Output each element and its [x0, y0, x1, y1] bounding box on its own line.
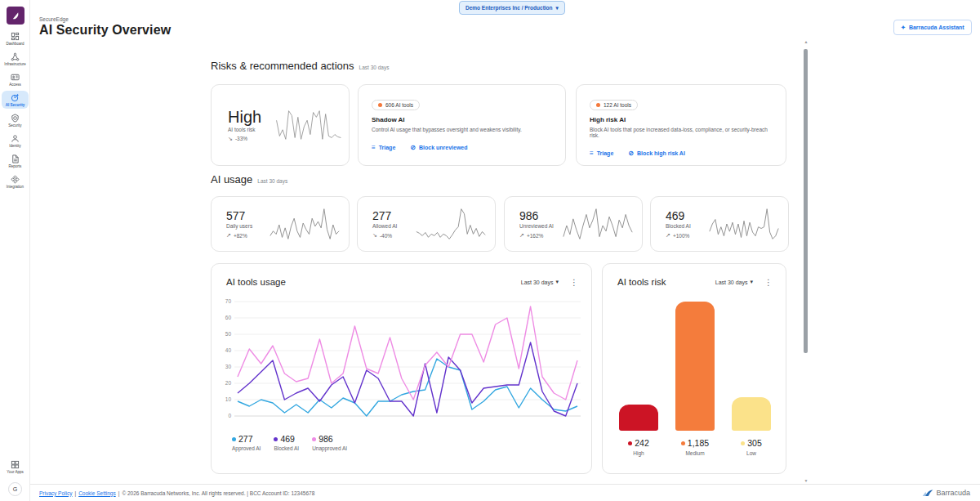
- bar-low: [732, 397, 771, 431]
- stat-label: Unreviewed AI: [519, 223, 562, 229]
- ai-tools-count-badge: 122 AI tools: [590, 100, 638, 110]
- chart-title: AI tools usage: [226, 277, 286, 287]
- risk-delta: -33%: [235, 136, 247, 141]
- risk-level-value: High: [228, 109, 275, 125]
- copyright-text: © 2026 Barracuda Networks, Inc. All righ…: [122, 490, 314, 496]
- line-chart-legend: 277 Approved AI 469 Blocked AI 986 Unapp…: [232, 434, 347, 451]
- stat-delta: +162%: [527, 233, 543, 239]
- svg-text:60: 60: [225, 315, 232, 320]
- sidebar-nav: Dashboard Infrastructure Access AI Secur…: [2, 29, 29, 193]
- integration-icon: [11, 175, 20, 184]
- list-icon: ≡: [590, 150, 594, 157]
- ai-tools-usage-chart-card: AI tools usage Last 30 days▾ ⋮ 010203040…: [211, 263, 592, 474]
- svg-text:20: 20: [225, 380, 232, 386]
- sidebar-item-label: Dashboard: [6, 42, 24, 46]
- page-title: AI Security Overview: [39, 23, 171, 38]
- legend-dot-icon: [312, 437, 316, 441]
- sidebar-item-label: Security: [8, 123, 21, 127]
- footer: Privacy Policy | Cookie Settings | © 202…: [30, 484, 980, 501]
- sidebar-item-label: Infrastructure: [4, 62, 26, 66]
- block-unreviewed-button[interactable]: ⊘ Block unreviewed: [410, 144, 467, 151]
- stat-label: Allowed AI: [372, 223, 415, 229]
- chevron-down-icon: ▾: [750, 279, 753, 285]
- sidebar-item-reports[interactable]: Reports: [2, 152, 29, 170]
- risk-sparkline: [275, 104, 342, 146]
- sidebar-item-label: Identity: [9, 144, 21, 148]
- sidebar-item-label: Integration: [7, 185, 24, 189]
- sidebar-item-dashboard[interactable]: Dashboard: [2, 29, 29, 47]
- sidebar-item-integration[interactable]: Integration: [2, 172, 29, 190]
- triage-button[interactable]: ≡ Triage: [590, 150, 613, 157]
- ai-tools-count-badge: 606 AI tools: [372, 100, 420, 110]
- more-options-icon[interactable]: ⋮: [764, 278, 773, 287]
- barracuda-logo[interactable]: [7, 7, 24, 25]
- stat-card-unreviewed-ai: 986 Unreviewed AI ↗+162%: [504, 196, 643, 252]
- sidebar-item-label: Your Apps: [7, 470, 23, 474]
- period-selector[interactable]: Last 30 days▾: [715, 279, 753, 285]
- legend-dot-icon: [741, 441, 745, 445]
- more-options-icon[interactable]: ⋮: [570, 278, 578, 287]
- dashboard-icon: [11, 32, 20, 41]
- barracuda-assistant-button[interactable]: ✦ Barracuda Assistant: [893, 20, 972, 35]
- scrollbar-thumb[interactable]: [804, 49, 808, 353]
- ai-tools-risk-card: High AI tools risk ↘ -33%: [211, 84, 350, 166]
- sparkle-icon: ✦: [901, 25, 906, 31]
- period-selector[interactable]: Last 30 days▾: [521, 279, 559, 285]
- legend-item-unapproved: 986 Unapproved AI: [312, 434, 347, 451]
- svg-text:50: 50: [225, 331, 232, 337]
- card-description: Control AI usage that bypasses oversight…: [372, 127, 552, 132]
- stat-delta: -40%: [380, 233, 392, 239]
- risks-period-label: Last 30 days: [359, 65, 390, 70]
- legend-dot-icon: [274, 437, 278, 441]
- high-risk-ai-card: 122 AI tools High risk AI Block AI tools…: [576, 84, 786, 166]
- bar-high: [619, 405, 658, 431]
- svg-text:0: 0: [228, 413, 231, 418]
- privacy-policy-link[interactable]: Privacy Policy: [39, 490, 72, 496]
- risk-meta: High AI tools risk ↘ -33%: [228, 109, 275, 142]
- user-avatar[interactable]: G: [8, 482, 22, 496]
- reports-icon: [11, 154, 20, 163]
- barracuda-mark-icon: [11, 11, 21, 21]
- scroll-up-icon[interactable]: ▲: [802, 39, 810, 44]
- sidebar: Dashboard Infrastructure Access AI Secur…: [0, 0, 30, 501]
- tenant-selector[interactable]: Demo Enterprises Inc / Production ▾: [459, 1, 565, 15]
- stat-label: Daily users: [226, 223, 269, 229]
- svg-text:30: 30: [225, 364, 232, 369]
- sidebar-item-infrastructure[interactable]: Infrastructure: [2, 50, 29, 68]
- footer-separator: |: [74, 490, 76, 496]
- usage-section-title: AI usageLast 30 days: [211, 173, 287, 186]
- sidebar-item-security[interactable]: Security: [2, 111, 29, 129]
- shadow-ai-card: 606 AI tools Shadow AI Control AI usage …: [358, 84, 566, 166]
- legend-item-approved: 277 Approved AI: [232, 434, 261, 451]
- block-icon: ⊘: [410, 144, 416, 151]
- trending-down-icon: ↘: [228, 136, 233, 142]
- cookie-settings-link[interactable]: Cookie Settings: [78, 490, 116, 496]
- svg-text:10: 10: [225, 396, 232, 402]
- sidebar-item-identity[interactable]: Identity: [2, 132, 29, 150]
- sidebar-item-your-apps[interactable]: Your Apps: [2, 458, 29, 476]
- your-apps-icon: [11, 460, 20, 469]
- chevron-down-icon: ▾: [556, 5, 559, 11]
- risks-section-title: Risks & recommended actionsLast 30 days: [211, 60, 389, 72]
- bar-chart: 242 High 1,185 Medium 305 Low: [614, 298, 776, 473]
- scroll-down-icon[interactable]: ▼: [802, 478, 810, 483]
- stat-value: 277: [372, 209, 415, 222]
- bar-medium: [675, 302, 715, 431]
- sidebar-item-ai-security[interactable]: AI Security: [2, 91, 29, 109]
- block-high-risk-button[interactable]: ⊘ Block high risk AI: [628, 150, 685, 157]
- triage-button[interactable]: ≡ Triage: [372, 144, 395, 151]
- access-icon: [11, 73, 20, 82]
- stat-value: 469: [666, 209, 708, 222]
- stat-label: Blocked AI: [666, 223, 708, 229]
- bar-column-low: 305 Low: [727, 298, 776, 473]
- trending-up-icon: ↗: [519, 232, 524, 239]
- sidebar-item-access[interactable]: Access: [2, 70, 29, 88]
- stat-sparkline: [415, 203, 487, 245]
- card-title: Shadow AI: [372, 116, 552, 123]
- legend-dot-icon: [681, 441, 685, 445]
- infrastructure-icon: [11, 52, 20, 61]
- chevron-down-icon: ▾: [555, 279, 559, 285]
- svg-text:70: 70: [225, 298, 232, 304]
- ai-tools-risk-chart-card: AI tools risk Last 30 days▾ ⋮ 242 High 1…: [602, 263, 786, 474]
- status-dot-icon: [378, 103, 382, 107]
